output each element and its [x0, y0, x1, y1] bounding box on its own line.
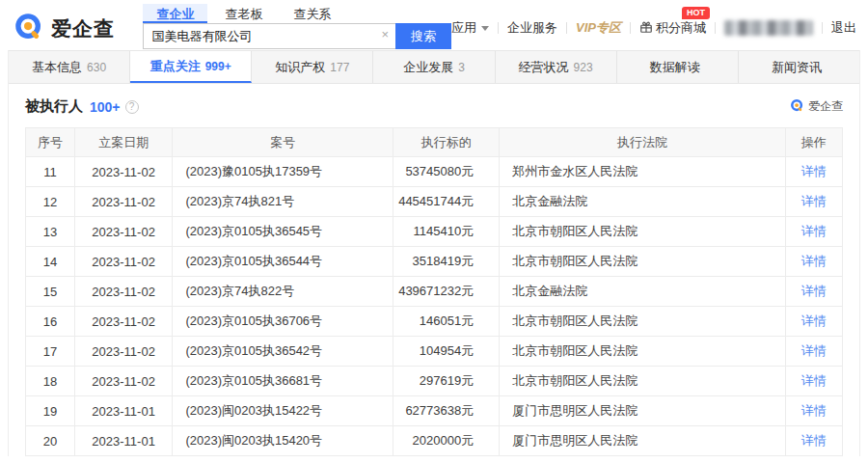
- nav-tab-count: 923: [574, 61, 593, 74]
- table-row: 18 2023-11-02 (2023)京0105执36681号 297619元…: [26, 367, 843, 396]
- section-title: 被执行人: [25, 97, 83, 116]
- cell-target-amount: 445451744元: [393, 187, 500, 217]
- cell-filing-date: 2023-11-01: [74, 396, 173, 426]
- search-input[interactable]: [143, 23, 395, 49]
- detail-link[interactable]: 详情: [801, 254, 827, 268]
- col-header-court: 执行法院: [500, 128, 785, 157]
- detail-link[interactable]: 详情: [801, 373, 827, 388]
- cell-index: 14: [26, 247, 75, 277]
- detail-link[interactable]: 详情: [801, 224, 827, 238]
- detail-link[interactable]: 详情: [801, 284, 827, 298]
- search-button[interactable]: 搜索: [395, 23, 451, 49]
- cell-index: 16: [26, 307, 75, 337]
- cell-target-amount: 439671232元: [393, 277, 500, 307]
- search-tab-2[interactable]: 查关系: [280, 4, 344, 23]
- cell-filing-date: 2023-11-02: [74, 187, 173, 217]
- nav-tab-6[interactable]: 新闻资讯: [739, 51, 859, 83]
- divider: [715, 22, 716, 34]
- cell-court: 北京金融法院: [500, 277, 785, 307]
- clear-search-icon[interactable]: ×: [381, 28, 389, 41]
- table-header-row: 序号 立案日期 案号 执行标的 执行法院 操作: [26, 128, 843, 157]
- detail-link[interactable]: 详情: [801, 313, 827, 328]
- search-module: 查企业查老板查关系 × 搜索: [143, 4, 451, 49]
- divider: [498, 22, 499, 34]
- cell-case-number: (2023)闽0203执15420号: [173, 426, 393, 456]
- table-row: 15 2023-11-02 (2023)京74执822号 439671232元 …: [26, 277, 843, 307]
- cell-action: 详情: [785, 217, 842, 247]
- cell-index: 13: [26, 217, 75, 247]
- site-logo[interactable]: 爱企查: [14, 12, 143, 46]
- nav-tab-2[interactable]: 知识产权 177: [252, 51, 373, 83]
- search-tab-label: 查企业: [156, 7, 194, 21]
- detail-link[interactable]: 详情: [801, 194, 827, 208]
- aiqicha-logo-icon: [14, 12, 44, 46]
- detail-link[interactable]: 详情: [801, 164, 827, 178]
- cell-court: 北京市朝阳区人民法院: [500, 337, 785, 367]
- search-tab-1[interactable]: 查老板: [211, 4, 276, 23]
- table-row: 13 2023-11-02 (2023)京0105执36545号 1145410…: [26, 217, 843, 247]
- cell-case-number: (2023)京0105执36545号: [173, 217, 393, 247]
- cell-target-amount: 146051元: [393, 307, 500, 337]
- nav-tab-count: 630: [87, 61, 106, 74]
- nav-tab-0[interactable]: 基本信息 630: [9, 51, 130, 83]
- company-nav-tabs: 基本信息 630 重点关注 999+ 知识产权 177 企业发展 3 经营状况 …: [9, 50, 859, 84]
- cell-case-number: (2023)京0105执36681号: [173, 367, 393, 396]
- cell-court: 郑州市金水区人民法院: [500, 157, 785, 187]
- cell-court: 厦门市思明区人民法院: [500, 396, 785, 426]
- enforcement-table: 序号 立案日期 案号 执行标的 执行法院 操作 11 2023-11-02 (2…: [25, 127, 843, 456]
- cell-action: 详情: [785, 277, 842, 307]
- nav-tab-count: 3: [458, 61, 465, 74]
- cell-filing-date: 2023-11-01: [74, 426, 173, 456]
- cell-target-amount: 1145410元: [393, 217, 500, 247]
- search-tab-0[interactable]: 查企业: [143, 4, 207, 23]
- detail-link[interactable]: 详情: [801, 433, 827, 448]
- cell-court: 北京市朝阳区人民法院: [500, 217, 785, 247]
- cell-filing-date: 2023-11-02: [74, 247, 173, 277]
- cell-target-amount: 2020000元: [393, 426, 500, 456]
- points-mall-link[interactable]: 积分商城 HOT: [639, 19, 706, 37]
- col-header-target-amount: 执行标的: [393, 128, 500, 157]
- top-header: 爱企查 查企业查老板查关系 × 搜索 应用 企业服务 VIP专区: [0, 0, 868, 50]
- cell-case-number: (2023)京0105执36542号: [173, 337, 393, 367]
- cell-target-amount: 3518419元: [393, 247, 500, 277]
- enterprise-service-link[interactable]: 企业服务: [507, 19, 557, 37]
- cell-index: 19: [26, 396, 75, 426]
- nav-tab-label: 重点关注: [150, 58, 201, 75]
- apps-menu-label: 应用: [451, 19, 476, 37]
- cell-court: 北京市朝阳区人民法院: [500, 247, 785, 277]
- cell-filing-date: 2023-11-02: [74, 367, 173, 396]
- section-header: 被执行人 100+ ? 爱企查: [25, 97, 843, 116]
- nav-tab-3[interactable]: 企业发展 3: [373, 51, 495, 83]
- cell-case-number: (2023)京74执822号: [173, 277, 393, 307]
- nav-tab-4[interactable]: 经营状况 923: [496, 51, 617, 83]
- cell-action: 详情: [785, 396, 842, 426]
- detail-link[interactable]: 详情: [801, 403, 827, 418]
- cell-index: 15: [26, 277, 75, 307]
- cell-action: 详情: [785, 337, 842, 367]
- cell-index: 18: [26, 367, 75, 396]
- gift-icon: [639, 20, 653, 37]
- cell-case-number: (2023)京74执821号: [173, 187, 393, 217]
- nav-tab-5[interactable]: 数据解读: [617, 51, 739, 83]
- table-row: 16 2023-11-02 (2023)京0105执36706号 146051元…: [26, 307, 843, 337]
- detail-link[interactable]: 详情: [801, 343, 827, 358]
- col-header-index: 序号: [26, 128, 75, 157]
- search-tab-label: 查关系: [293, 7, 331, 21]
- content-wrapper: 基本信息 630 重点关注 999+ 知识产权 177 企业发展 3 经营状况 …: [8, 50, 860, 456]
- search-box: × 搜索: [143, 23, 451, 49]
- cell-case-number: (2023)京0105执36544号: [173, 247, 393, 277]
- vip-zone-link[interactable]: VIP专区: [576, 19, 621, 37]
- help-icon[interactable]: ?: [125, 100, 139, 114]
- apps-menu[interactable]: 应用: [451, 19, 489, 37]
- table-row: 20 2023-11-01 (2023)闽0203执15420号 2020000…: [26, 426, 843, 456]
- hot-badge: HOT: [682, 7, 710, 19]
- cell-court: 北京金融法院: [500, 187, 785, 217]
- logout-link[interactable]: 退出: [831, 19, 856, 37]
- chevron-down-icon: [481, 26, 489, 31]
- cell-case-number: (2023)豫0105执17359号: [173, 157, 393, 187]
- divider: [566, 22, 567, 34]
- nav-tab-1[interactable]: 重点关注 999+: [130, 51, 252, 83]
- username-redacted[interactable]: [724, 20, 813, 36]
- cell-action: 详情: [785, 157, 842, 187]
- nav-tab-label: 数据解读: [650, 59, 700, 76]
